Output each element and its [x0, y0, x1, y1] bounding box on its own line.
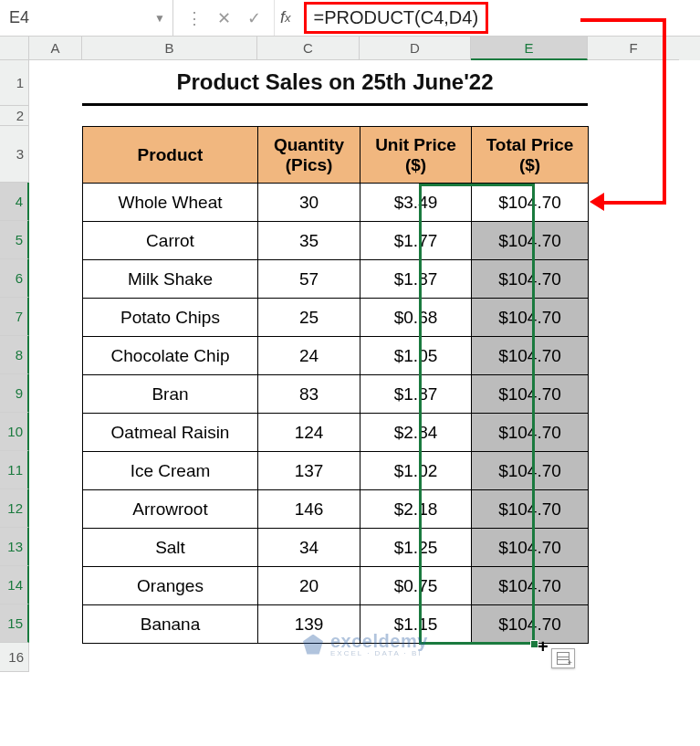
- table-row: Arrowroot146$2.18$104.70: [83, 490, 589, 529]
- header-unit-price[interactable]: Unit Price ($): [360, 127, 472, 184]
- header-total-price[interactable]: Total Price ($): [472, 127, 589, 184]
- enter-icon[interactable]: ✓: [247, 8, 261, 28]
- cell-price[interactable]: $2.18: [360, 490, 472, 529]
- col-header-B[interactable]: B: [82, 37, 257, 60]
- cell-product[interactable]: Carrot: [83, 222, 258, 260]
- cell-product[interactable]: Chocolate Chip: [83, 337, 258, 375]
- watermark: exceldemy EXCEL · DATA · BI: [303, 631, 428, 657]
- cell-qty[interactable]: 124: [258, 414, 360, 452]
- cell-total[interactable]: $104.70: [472, 529, 589, 567]
- cell-qty[interactable]: 24: [258, 337, 360, 375]
- row-header-13[interactable]: 13: [0, 528, 29, 566]
- cell-product[interactable]: Salt: [83, 529, 258, 567]
- spreadsheet-grid: A B C D E F 1 2 3 4 5 6 7 8 9 10 11 12 1…: [0, 37, 700, 672]
- cell-qty[interactable]: 146: [258, 490, 360, 529]
- col-header-D[interactable]: D: [360, 37, 471, 60]
- cell-price[interactable]: $3.49: [360, 184, 472, 222]
- cell-qty[interactable]: 35: [258, 222, 360, 260]
- formula-input[interactable]: =PRODUCT(C4,D4): [304, 2, 489, 34]
- fx-icon[interactable]: fx: [275, 0, 300, 36]
- table-row: Salt34$1.25$104.70: [83, 529, 589, 567]
- row-header-2[interactable]: 2: [0, 106, 29, 126]
- more-icon[interactable]: ⋮: [186, 8, 201, 28]
- cell-product[interactable]: Arrowroot: [83, 490, 258, 529]
- select-all-corner[interactable]: [0, 37, 29, 60]
- row-header-1[interactable]: 1: [0, 60, 29, 106]
- annotation-leader: [580, 18, 666, 22]
- row-header-9[interactable]: 9: [0, 374, 29, 413]
- page-title: Product Sales on 25th June'22: [82, 60, 588, 106]
- cell-price[interactable]: $1.05: [360, 337, 472, 375]
- cell-qty[interactable]: 83: [258, 375, 360, 414]
- col-header-C[interactable]: C: [257, 37, 360, 60]
- watermark-name: exceldemy: [330, 631, 428, 651]
- cell-product[interactable]: Whole Wheat: [83, 184, 258, 222]
- cell-product[interactable]: Oatmeal Raisin: [83, 414, 258, 452]
- row-header-8[interactable]: 8: [0, 336, 29, 374]
- row-header-6[interactable]: 6: [0, 259, 29, 298]
- cell-total[interactable]: $104.70: [472, 567, 589, 605]
- cell-qty[interactable]: 57: [258, 260, 360, 299]
- cell-total[interactable]: $104.70: [472, 222, 589, 260]
- cell-product[interactable]: Milk Shake: [83, 260, 258, 299]
- col-header-E[interactable]: E: [471, 37, 588, 60]
- autofill-options-button[interactable]: [551, 648, 575, 668]
- row-header-10[interactable]: 10: [0, 413, 29, 451]
- row-header-7[interactable]: 7: [0, 298, 29, 336]
- cell-total[interactable]: $104.70: [472, 260, 589, 299]
- row-header-16[interactable]: 16: [0, 643, 29, 672]
- cell-price[interactable]: $2.84: [360, 414, 472, 452]
- watermark-logo-icon: [303, 635, 323, 655]
- row-header-4[interactable]: 4: [0, 183, 29, 221]
- cell-price[interactable]: $1.25: [360, 529, 472, 567]
- sheet-body[interactable]: Product Sales on 25th June'22 Product Qu…: [29, 60, 700, 672]
- cell-product[interactable]: Oranges: [83, 567, 258, 605]
- row-header-15[interactable]: 15: [0, 604, 29, 643]
- name-box[interactable]: E4 ▼: [0, 0, 173, 36]
- cell-price[interactable]: $0.75: [360, 567, 472, 605]
- cell-price[interactable]: $1.77: [360, 222, 472, 260]
- col-header-A[interactable]: A: [29, 37, 82, 60]
- cell-price[interactable]: $0.68: [360, 299, 472, 337]
- row-header-3[interactable]: 3: [0, 126, 29, 183]
- cell-price[interactable]: $1.87: [360, 375, 472, 414]
- row-header-5[interactable]: 5: [0, 221, 29, 259]
- cell-qty[interactable]: 20: [258, 567, 360, 605]
- table-row: Oatmeal Raisin124$2.84$104.70: [83, 414, 589, 452]
- cell-total[interactable]: $104.70: [472, 490, 589, 529]
- table-row: Milk Shake57$1.87$104.70: [83, 260, 589, 299]
- row-headers: 1 2 3 4 5 6 7 8 9 10 11 12 13 14 15 16: [0, 60, 29, 672]
- cell-product[interactable]: Bran: [83, 375, 258, 414]
- cell-total[interactable]: $104.70: [472, 414, 589, 452]
- row-header-11[interactable]: 11: [0, 451, 29, 489]
- cell-qty[interactable]: 34: [258, 529, 360, 567]
- cell-product[interactable]: Banana: [83, 605, 258, 644]
- watermark-tag: EXCEL · DATA · BI: [330, 649, 428, 657]
- cell-total[interactable]: $104.70: [472, 184, 589, 222]
- annotation-leader: [663, 18, 666, 203]
- cell-total[interactable]: $104.70: [472, 337, 589, 375]
- row-header-14[interactable]: 14: [0, 566, 29, 604]
- cell-total[interactable]: $104.70: [472, 299, 589, 337]
- cell-product[interactable]: Potato Chips: [83, 299, 258, 337]
- table-row: Whole Wheat30$3.49$104.70: [83, 184, 589, 222]
- cell-qty[interactable]: 30: [258, 184, 360, 222]
- cursor-crosshair-icon: +: [538, 637, 549, 656]
- table-row: Chocolate Chip24$1.05$104.70: [83, 337, 589, 375]
- header-product[interactable]: Product: [83, 127, 258, 184]
- chevron-down-icon[interactable]: ▼: [154, 12, 165, 25]
- cell-price[interactable]: $1.02: [360, 452, 472, 490]
- cell-total[interactable]: $104.70: [472, 452, 589, 490]
- cell-qty[interactable]: 137: [258, 452, 360, 490]
- cell-total[interactable]: $104.70: [472, 605, 589, 644]
- cell-total[interactable]: $104.70: [472, 375, 589, 414]
- annotation-leader: [602, 201, 666, 205]
- row-header-12[interactable]: 12: [0, 489, 29, 528]
- data-table: Product Quantity (Pics) Unit Price ($) T…: [82, 126, 589, 644]
- column-headers: A B C D E F: [0, 37, 700, 60]
- cell-qty[interactable]: 25: [258, 299, 360, 337]
- cancel-icon[interactable]: ✕: [217, 8, 231, 28]
- cell-price[interactable]: $1.87: [360, 260, 472, 299]
- cell-product[interactable]: Ice Cream: [83, 452, 258, 490]
- header-quantity[interactable]: Quantity (Pics): [258, 127, 360, 184]
